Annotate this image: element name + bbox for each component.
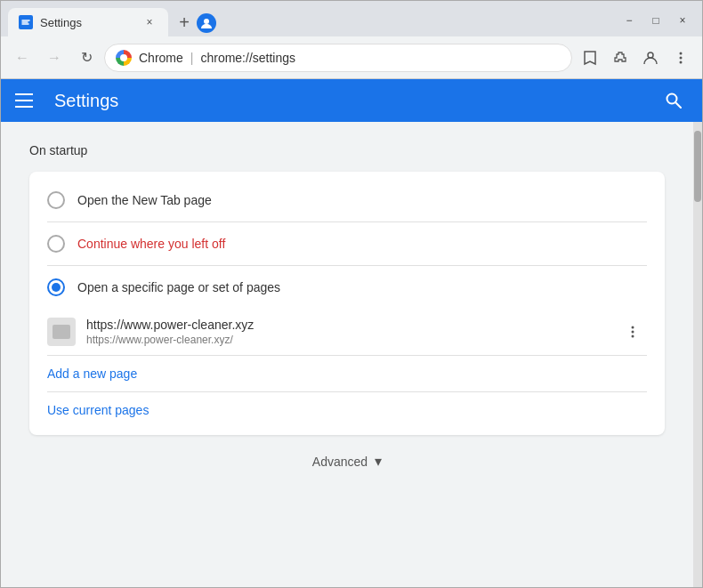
radio-option-specific[interactable]: Open a specific page or set of pages (29, 266, 665, 309)
svg-point-3 (680, 52, 683, 54)
bookmark-button[interactable] (576, 44, 604, 72)
settings-search-button[interactable] (659, 86, 688, 115)
svg-point-2 (648, 52, 653, 58)
radio-circle-new-tab (47, 191, 65, 209)
hamburger-menu[interactable] (15, 86, 44, 115)
radio-label-specific: Open a specific page or set of pages (77, 280, 280, 294)
tab-title: Settings (40, 16, 134, 29)
url-separator: | (190, 51, 194, 65)
profile-indicator (197, 13, 216, 33)
reload-button[interactable]: ↻ (72, 44, 101, 72)
profile-button[interactable] (636, 44, 665, 72)
radio-circle-continue (47, 235, 65, 253)
minimize-button[interactable]: − (617, 8, 642, 33)
svg-point-1 (204, 19, 209, 24)
settings-page-title: Settings (54, 91, 118, 111)
use-current-pages-button[interactable]: Use current pages (29, 392, 166, 428)
chrome-icon (116, 50, 132, 66)
radio-dot-specific (52, 283, 61, 292)
advanced-arrow-icon[interactable]: ▾ (375, 453, 382, 470)
scrollbar-thumb[interactable] (694, 131, 701, 202)
content-area: PC On startup Open the New Tab page Cont… (1, 122, 693, 587)
startup-card: Open the New Tab page Continue where you… (29, 172, 665, 435)
close-button[interactable]: × (670, 8, 695, 33)
maximize-button[interactable]: □ (643, 8, 668, 33)
radio-label-continue: Continue where you left off (77, 237, 225, 251)
svg-point-4 (680, 56, 683, 59)
svg-line-7 (675, 102, 681, 108)
page-icon-inner (53, 325, 70, 339)
new-tab-button[interactable]: + (172, 10, 197, 35)
radio-label-new-tab: Open the New Tab page (77, 193, 212, 207)
tab-close-button[interactable]: × (141, 14, 158, 30)
page-more-button[interactable] (618, 318, 647, 346)
menu-button[interactable] (667, 44, 695, 72)
svg-point-9 (632, 331, 634, 334)
forward-button[interactable]: → (40, 44, 69, 72)
url-bar[interactable]: Chrome | chrome://settings (104, 44, 572, 72)
advanced-section: Advanced ▾ (29, 435, 665, 487)
radio-option-continue[interactable]: Continue where you left off (29, 222, 665, 265)
url-display: chrome://settings (200, 51, 295, 65)
settings-tab[interactable]: Settings × (8, 8, 168, 36)
window-controls: − □ × (617, 8, 695, 33)
main-content: PC On startup Open the New Tab page Cont… (1, 122, 702, 587)
address-actions (576, 44, 695, 72)
title-bar: Settings × + − □ × (1, 1, 702, 36)
tab-favicon (19, 15, 33, 29)
extensions-button[interactable] (606, 44, 634, 72)
add-new-page-button[interactable]: Add a new page (29, 356, 155, 391)
section-title: On startup (29, 143, 665, 157)
page-url-sub: https://www.power-cleaner.xyz/ (86, 334, 618, 346)
scrollbar[interactable] (693, 122, 702, 587)
svg-point-8 (632, 326, 634, 329)
hamburger-line-2 (15, 100, 33, 101)
back-button[interactable]: ← (8, 44, 36, 72)
hamburger-line-3 (15, 106, 33, 108)
address-bar: ← → ↻ Chrome | chrome://settings (1, 36, 702, 79)
radio-circle-specific (47, 278, 65, 296)
browser-window: Settings × + − □ × ← → ↻ Chrome | chrome… (0, 0, 703, 588)
radio-option-new-tab[interactable]: Open the New Tab page (29, 179, 665, 222)
page-text: https://www.power-cleaner.xyz https://ww… (86, 318, 618, 346)
hamburger-line-1 (15, 93, 33, 95)
settings-header: Settings (1, 79, 702, 122)
page-entry: https://www.power-cleaner.xyz https://ww… (29, 309, 665, 355)
svg-point-10 (632, 335, 634, 338)
svg-point-5 (680, 60, 683, 63)
browser-name: Chrome (139, 51, 183, 65)
advanced-label: Advanced (312, 455, 368, 469)
page-url-main: https://www.power-cleaner.xyz (86, 318, 618, 332)
page-icon (47, 318, 76, 346)
